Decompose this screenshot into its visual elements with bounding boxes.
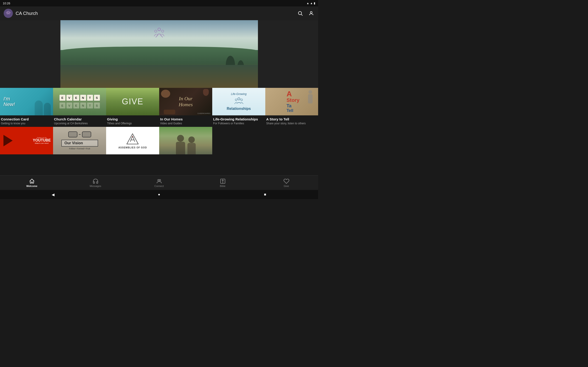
nav-give-label: Give xyxy=(284,185,289,187)
tile-e2: E xyxy=(73,95,79,101)
nav-bible[interactable]: Bible xyxy=(214,178,232,187)
tile-s: S xyxy=(94,95,100,101)
cards-row-1: I'm New! Connection Card Getting to know… xyxy=(0,88,318,127)
card-relationships-info: Life-Growing Relationships For Followers… xyxy=(212,115,265,127)
nav-connect-label: Connect xyxy=(154,185,164,187)
card-relationships[interactable]: Life-Growing Relationships Life-Growing … xyxy=(212,88,265,127)
card-youtube-image: Follow Us On YOUTUBE Watch Live Here! xyxy=(0,127,53,154)
card-couple[interactable] xyxy=(159,127,212,158)
cards-row-2: Follow Us On YOUTUBE Watch Live Here! xyxy=(0,127,318,158)
svg-point-11 xyxy=(241,99,242,101)
main-content: Helping People Follow Jesus I'm New! Con… xyxy=(0,20,318,175)
card-story-title: A Story to Tell xyxy=(266,117,317,121)
home-button[interactable]: ● xyxy=(156,191,162,198)
bottom-nav: Welcome Messages Connect Bible G xyxy=(0,175,318,190)
card-calendar-title: Church Calendar xyxy=(54,117,105,121)
svg-point-3 xyxy=(298,11,302,15)
card-relationships-image: Life-Growing Relationships xyxy=(212,88,265,115)
card-calendar-subtitle: Upcoming at CA Berkshires xyxy=(54,122,105,125)
card-story[interactable]: A Story Ta Tell A Story to Tell Share yo… xyxy=(265,88,318,127)
card-story-subtitle: Share your story, listen to others xyxy=(266,122,317,125)
search-icon[interactable] xyxy=(297,10,303,17)
card-events-image: E V E N T S E V E N T S xyxy=(53,88,106,115)
hero-text: Helping People Follow Jesus xyxy=(61,64,258,76)
card-assemblies[interactable]: ASSEMBLIES OF GOD xyxy=(106,127,159,158)
nav-connect[interactable]: Connect xyxy=(150,178,168,187)
home-icon xyxy=(29,178,35,184)
card-homes-title: In Our Homes xyxy=(160,117,211,121)
card-vision-image: Our Vision Follow • Formed • Fruit xyxy=(53,127,106,154)
card-homes-info: In Our Homes Video and Guides xyxy=(159,115,212,127)
card-relationships-subtitle: For Followers or Families xyxy=(213,122,264,125)
svg-point-5 xyxy=(310,11,312,13)
svg-point-8 xyxy=(162,30,164,32)
card-calendar-info: Church Calendar Upcoming at CA Berkshire… xyxy=(53,115,106,127)
card-couple-image xyxy=(159,127,212,154)
card-our-vision[interactable]: Our Vision Follow • Formed • Fruit xyxy=(53,127,106,158)
nav-welcome-label: Welcome xyxy=(26,185,37,187)
hero-logo xyxy=(150,27,168,41)
header-actions xyxy=(297,10,314,17)
app-title: CA Church xyxy=(16,11,297,16)
nav-give[interactable]: Give xyxy=(277,178,296,187)
card-give-image: GIVE xyxy=(106,88,159,115)
status-bar: 10:26 ▲ ▲ ▮ xyxy=(0,0,318,6)
card-connection-image: I'm New! xyxy=(0,88,53,115)
back-button[interactable]: ◀ xyxy=(50,191,57,198)
status-time: 10:26 xyxy=(3,2,10,5)
wifi-icon: ▲ xyxy=(306,2,309,5)
card-giving[interactable]: GIVE Giving Tithes and Offerings xyxy=(106,88,159,127)
card-homes-subtitle: Video and Guides xyxy=(160,122,211,125)
hero-banner: Helping People Follow Jesus xyxy=(61,20,258,88)
card-connection-card[interactable]: I'm New! Connection Card Getting to know… xyxy=(0,88,53,127)
account-icon[interactable] xyxy=(308,10,314,17)
card-youtube[interactable]: Follow Us On YOUTUBE Watch Live Here! xyxy=(0,127,53,158)
battery-icon: ▮ xyxy=(314,2,315,5)
svg-point-9 xyxy=(238,98,240,100)
card-connection-title: Connection Card xyxy=(1,117,52,121)
svg-point-6 xyxy=(158,28,161,31)
card-church-calendar[interactable]: E V E N T S E V E N T S xyxy=(53,88,106,127)
card-connection-subtitle: Getting to know you xyxy=(1,122,52,125)
recent-button[interactable]: ■ xyxy=(262,191,268,198)
card-give-subtitle: Tithes and Offerings xyxy=(107,122,158,125)
card-couple-info xyxy=(159,154,212,158)
heart-icon xyxy=(284,178,289,184)
nav-welcome[interactable]: Welcome xyxy=(23,178,41,187)
card-ag-info xyxy=(106,154,159,158)
nav-messages-label: Messages xyxy=(90,185,101,187)
card-ag-image: ASSEMBLIES OF GOD xyxy=(106,127,159,154)
svg-point-14 xyxy=(159,179,161,181)
give-text: GIVE xyxy=(122,97,143,106)
card-story-image: A Story Ta Tell xyxy=(265,88,318,115)
card-give-title: Giving xyxy=(107,117,158,121)
card-homes-image: In OurHomes CA BERKSHIRES xyxy=(159,88,212,115)
headphones-icon xyxy=(93,178,99,184)
card-relationships-title: Life-Growing Relationships xyxy=(213,117,264,121)
tile-e: E xyxy=(60,95,65,101)
svg-point-10 xyxy=(235,99,237,101)
homes-text: In OurHomes xyxy=(179,96,193,108)
card-story-info: A Story to Tell Share your story, listen… xyxy=(265,115,318,127)
nav-messages[interactable]: Messages xyxy=(86,178,105,187)
svg-marker-12 xyxy=(127,134,138,144)
svg-line-4 xyxy=(301,15,303,16)
card-give-info: Giving Tithes and Offerings xyxy=(106,115,159,127)
tile-v: V xyxy=(66,95,72,101)
signal-icon: ▲ xyxy=(310,2,313,5)
svg-point-7 xyxy=(155,30,157,32)
connect-icon xyxy=(156,178,162,184)
tile-t: T xyxy=(87,95,93,101)
bible-icon xyxy=(220,178,226,184)
app-header: CA Church xyxy=(0,6,318,20)
card-youtube-info xyxy=(0,154,53,158)
nav-bible-label: Bible xyxy=(220,185,225,187)
status-icons: ▲ ▲ ▮ xyxy=(306,2,315,5)
card-in-our-homes[interactable]: In OurHomes CA BERKSHIRES In Our Homes V… xyxy=(159,88,212,127)
tile-n: N xyxy=(80,95,86,101)
android-nav: ◀ ● ■ xyxy=(0,190,318,199)
church-logo xyxy=(4,9,13,18)
card-connection-info: Connection Card Getting to know you xyxy=(0,115,53,127)
card-vision-info xyxy=(53,154,106,158)
